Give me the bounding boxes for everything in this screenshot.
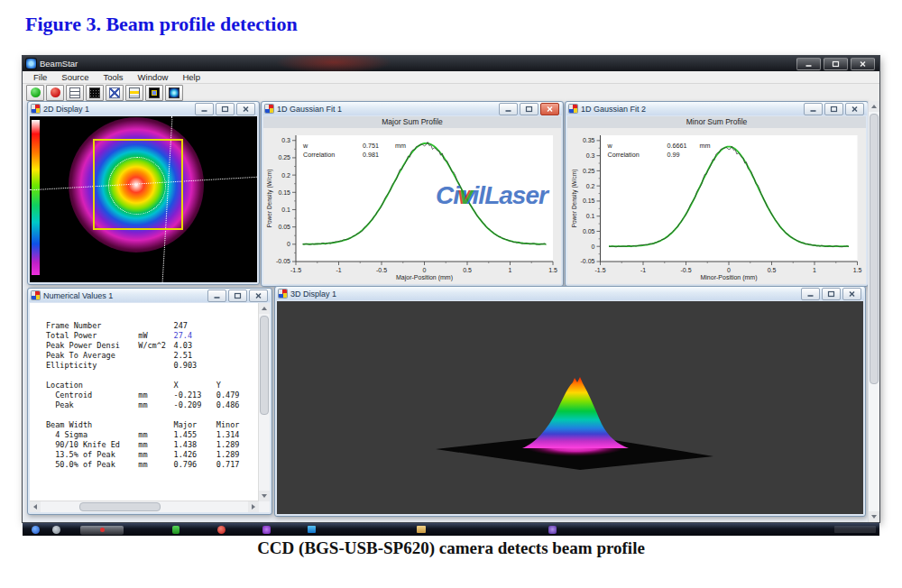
value-cell: 0.796 [174, 460, 216, 470]
client-vertical-scrollbar[interactable] [868, 101, 879, 522]
scrollbar-corner [259, 501, 270, 512]
gaussian-fit-2-close-button[interactable] [845, 103, 864, 115]
value-cell: 1.314 [216, 430, 259, 440]
toolbar-record-button[interactable] [46, 85, 64, 101]
scroll-left-button[interactable] [30, 501, 41, 512]
menu-help[interactable]: Help [175, 72, 207, 82]
taskbar-app-green-icon[interactable] [172, 526, 179, 534]
numerical-row: LocationXY [46, 381, 259, 390]
3d-display-minimize-button[interactable] [801, 288, 820, 300]
x-tick-label: 1 [509, 267, 512, 273]
numerical-row: Peak To Average2.51 [46, 351, 259, 361]
toolbar-start-button[interactable] [26, 85, 44, 101]
x-tick-label: -1.5 [290, 267, 301, 273]
app-maximize-button[interactable] [824, 58, 848, 70]
titlebar-glass-reflection [275, 56, 392, 71]
value-cell: 0.903 [174, 361, 216, 371]
toolbar-noise-button[interactable] [86, 85, 104, 101]
windows-taskbar[interactable] [23, 523, 879, 536]
watermark-v-logo: v [459, 181, 473, 209]
toolbar-display3d-button[interactable] [165, 85, 183, 101]
3d-display-close-button[interactable] [842, 288, 861, 300]
3d-display-titlebar[interactable]: 3D Display 1 [276, 287, 864, 300]
scroll-up-button[interactable] [259, 303, 270, 314]
gaussian-fit-1-close-button[interactable] [540, 103, 559, 115]
numerical-horizontal-scrollbar[interactable] [30, 501, 259, 512]
x-tick-label: 0 [423, 267, 427, 273]
window-gaussian-fit-2: 1D Gaussian Fit 2 Minor Sum Profile 0.35… [565, 101, 869, 287]
window-3d-display: 3D Display 1 [274, 286, 866, 517]
value-cell: 247 [174, 321, 216, 331]
numerical-row: 4 Sigmamm1.4551.314 [46, 430, 259, 440]
menu-file[interactable]: File [26, 72, 54, 82]
value-label: Frame Number [46, 321, 138, 331]
scroll-right-button[interactable] [248, 501, 259, 512]
scroll-up-button[interactable] [869, 101, 879, 112]
x-tick-label: 1 [813, 267, 816, 273]
toolbar-fit-button[interactable] [106, 85, 124, 101]
numerical-vertical-scrollbar[interactable] [258, 303, 270, 501]
numerical-values-maximize-button[interactable] [228, 289, 247, 302]
value-cell: 1.438 [174, 440, 216, 450]
scroll-thumb[interactable] [260, 316, 269, 415]
scroll-down-button[interactable] [869, 511, 879, 522]
2d-display-minimize-button[interactable] [195, 103, 214, 115]
gaussian-fit-1-minimize-button[interactable] [499, 103, 518, 115]
gaussian-fit-2-body: Minor Sum Profile 0.350.30.250.20.150.10… [567, 116, 866, 284]
x-tick-label: -1 [640, 267, 646, 273]
numerical-row: Beam WidthMajorMinor [46, 420, 259, 430]
value-cell: Major [174, 420, 216, 430]
taskbar-folder-icon[interactable] [417, 526, 426, 533]
app-window-controls [796, 58, 879, 70]
value-cell [216, 361, 259, 371]
taskbar-app-red-icon[interactable] [217, 526, 226, 534]
gaussian-fit-1-maximize-button[interactable] [520, 103, 538, 115]
toolbar-levels-button[interactable] [66, 85, 84, 101]
2d-display-close-button[interactable] [236, 103, 255, 115]
numerical-values-close-button[interactable] [249, 289, 268, 302]
gaussian-fit-2-maximize-button[interactable] [824, 103, 843, 115]
app-close-button[interactable] [851, 58, 875, 70]
numerical-row: Peak Power DensiW/cm^24.03 [46, 341, 259, 351]
form-icon [279, 289, 287, 298]
taskbar-browser-icon[interactable] [52, 526, 60, 534]
gaussian-fit-2-titlebar[interactable]: 1D Gaussian Fit 2 [566, 102, 867, 115]
y-tick-label: 0.05 [278, 224, 290, 230]
numerical-values-body: Frame Number247Total PowermW27.4Peak Pow… [30, 303, 270, 512]
menu-tools[interactable]: Tools [96, 72, 130, 82]
numerical-row: 90/10 Knife Edmm1.4381.289 [46, 440, 259, 450]
legend-text: w [607, 142, 613, 150]
gaussian-fit-2-minimize-button[interactable] [804, 103, 823, 115]
toolbar-numeric-button[interactable] [125, 85, 143, 101]
taskbar-app-blue-icon[interactable] [308, 526, 316, 533]
toolbar-display2d-button[interactable] [145, 85, 163, 101]
scroll-thumb[interactable] [870, 114, 879, 384]
value-label: Peak [46, 400, 138, 410]
numerical-values-titlebar[interactable]: Numerical Values 1 [29, 289, 271, 302]
taskbar-start-orb-icon[interactable] [32, 526, 40, 534]
gaussian-fit-1-titlebar[interactable]: 1D Gaussian Fit 1 [262, 102, 562, 115]
menu-window[interactable]: Window [131, 72, 176, 82]
page: Figure 3. Beam profile detection BeamSta… [0, 0, 902, 588]
app-titlebar[interactable]: BeamStar [23, 56, 879, 71]
2d-display-maximize-button[interactable] [216, 103, 235, 115]
scroll-down-button[interactable] [259, 491, 270, 501]
numerical-values-minimize-button[interactable] [207, 289, 226, 302]
caption: CCD (BGS-USB-SP620) camera detects beam … [0, 538, 902, 558]
taskbar-app-violet-icon[interactable] [548, 526, 557, 534]
window-2d-display: 2D Display 1 [27, 101, 260, 285]
taskbar-app-purple-icon[interactable] [262, 526, 271, 534]
value-label: Beam Width [46, 420, 138, 430]
menu-source[interactable]: Source [54, 72, 96, 82]
numerical-row: Frame Number247 [46, 321, 259, 331]
3d-display-window-controls [801, 288, 861, 300]
y-tick-label: 0.25 [278, 154, 290, 161]
value-cell [216, 331, 259, 341]
numerical-table: Frame Number247Total PowermW27.4Peak Pow… [30, 303, 259, 501]
3d-display-maximize-button[interactable] [822, 288, 841, 300]
2d-display-titlebar[interactable]: 2D Display 1 [29, 102, 258, 115]
scroll-thumb[interactable] [79, 502, 161, 511]
minor-sum-profile-title: Minor Sum Profile [567, 116, 866, 128]
system-tray[interactable] [834, 526, 876, 533]
app-minimize-button[interactable] [796, 58, 821, 70]
